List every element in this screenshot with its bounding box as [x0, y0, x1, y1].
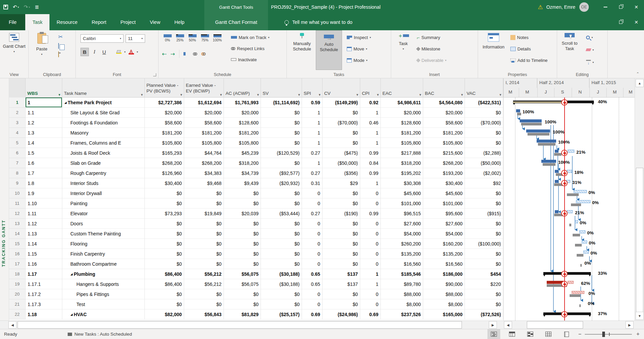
gantt-row[interactable]: 31% — [504, 178, 635, 188]
cell-task-name[interactable]: Bathroom Compartme — [62, 259, 145, 269]
doc-restore-button[interactable] — [613, 15, 629, 29]
cell-value[interactable]: 1 — [302, 138, 323, 148]
cell-value[interactable]: 0.84 — [360, 158, 381, 168]
cell-task-name[interactable]: Footings & Foundation — [62, 118, 145, 128]
cell-value[interactable]: 0 — [302, 188, 323, 198]
filter-arrow-icon[interactable]: ▼ — [257, 93, 260, 97]
gantt-bar-gray[interactable] — [575, 244, 582, 247]
collapse-ribbon-button[interactable]: ⌃ — [636, 72, 639, 76]
tab-gantt-chart-format[interactable]: Gantt Chart Format — [204, 14, 268, 30]
cell-value[interactable]: ($2,288) — [465, 148, 503, 158]
gantt-bar-blue[interactable] — [555, 210, 558, 213]
cell-wbs[interactable]: 1.12 — [26, 219, 62, 229]
row-number[interactable]: 10 — [9, 188, 26, 198]
zoom-thumb[interactable] — [602, 332, 605, 337]
gantt-row[interactable]: 0% — [504, 188, 635, 198]
cell-value[interactable]: 0 — [360, 289, 381, 299]
cell-value[interactable]: 1 — [302, 158, 323, 168]
cell-value[interactable]: $215,600 — [423, 148, 465, 158]
column-header-cpi[interactable]: CPI▼ — [360, 78, 381, 98]
cell-value[interactable]: ($53,444) — [261, 209, 302, 219]
cell-value[interactable]: $0 — [261, 229, 302, 239]
cell-value[interactable]: $101,000 — [381, 198, 423, 209]
cell-value[interactable]: ($70,000) — [323, 118, 360, 128]
cell-task-name[interactable]: Test — [62, 299, 145, 309]
view-team-planner-button[interactable] — [524, 329, 537, 339]
cell-value[interactable]: $186,000 — [423, 269, 465, 279]
cell-value[interactable]: $0 — [184, 289, 224, 299]
cell-value[interactable]: $30,308 — [381, 178, 423, 188]
cell-value[interactable]: $20,000 — [184, 108, 224, 118]
move-button[interactable]: Move▾ — [347, 44, 371, 53]
cell-value[interactable]: $0 — [145, 219, 184, 229]
cell-value[interactable]: ($100,000) — [465, 239, 503, 249]
table-row[interactable]: 181.17◢Plumbing$86,400$56,212$56,075($30… — [9, 269, 503, 279]
cell-value[interactable]: $268,200 — [423, 158, 465, 168]
gantt-bar-tan[interactable] — [513, 102, 564, 103]
gantt-bar-blue[interactable] — [516, 109, 520, 112]
cell-wbs[interactable]: 1.2 — [26, 118, 62, 128]
row-number[interactable]: 21 — [9, 299, 26, 309]
gantt-row[interactable]: 0% — [504, 239, 635, 249]
cell-value[interactable]: 0 — [302, 219, 323, 229]
row-number[interactable]: 20 — [9, 289, 26, 299]
gantt-bar-blue[interactable] — [555, 170, 558, 173]
cell-value[interactable]: $0 — [145, 198, 184, 209]
cell-value[interactable]: $0 — [261, 289, 302, 299]
cell-value[interactable]: $88,000 — [381, 289, 423, 299]
percent-75-button[interactable]: 75% — [199, 34, 210, 42]
cell-value[interactable]: ($30,188) — [261, 269, 302, 279]
column-header-eac[interactable]: EAC▼ — [381, 78, 423, 98]
row-number[interactable]: 8 — [9, 168, 26, 178]
row-number[interactable]: 4 — [9, 128, 26, 138]
zoom-track[interactable] — [585, 334, 632, 335]
gantt-chart[interactable]: 40%100%100%100%100%21%100%18%31%0%0%21%0… — [503, 98, 635, 321]
cell-value[interactable]: $0 — [261, 108, 302, 118]
row-number[interactable]: 3 — [9, 118, 26, 128]
cell-value[interactable]: $0 — [465, 249, 503, 259]
scroll-up-button[interactable]: ▲ — [636, 79, 644, 87]
cell-value[interactable]: 0.92 — [360, 98, 381, 108]
filter-arrow-icon[interactable]: ▼ — [419, 93, 422, 97]
table-row[interactable]: 201.17.2Pipes & Fittings$0$0$0$00$00$88,… — [9, 289, 503, 299]
table-row[interactable]: 211.17.3Test$0$0$0$00$00$8,000$8,000$0 — [9, 299, 503, 309]
cell-value[interactable]: 0 — [360, 198, 381, 209]
cell-value[interactable]: $0 — [261, 249, 302, 259]
cell-value[interactable]: $0 — [323, 259, 360, 269]
zoom-slider[interactable]: − ＋ — [578, 331, 641, 338]
cell-task-name[interactable]: Rough Carpentry — [62, 168, 145, 178]
cell-value[interactable]: $58,600 — [145, 118, 184, 128]
percent-0-button[interactable]: 0% — [162, 34, 173, 42]
cell-value[interactable]: $0 — [224, 219, 261, 229]
cell-value[interactable]: 0.69 — [302, 309, 323, 319]
cell-wbs[interactable]: 1.17.2 — [26, 289, 62, 299]
cell-value[interactable]: $20,000 — [145, 108, 184, 118]
gantt-row[interactable]: 0% — [504, 249, 635, 259]
cell-task-name[interactable]: Masonry — [62, 128, 145, 138]
cell-value[interactable]: $0 — [261, 259, 302, 269]
cell-value[interactable]: $0 — [323, 188, 360, 198]
cell-wbs[interactable]: 1.4 — [26, 138, 62, 148]
cell-value[interactable]: 0 — [360, 239, 381, 249]
cell-value[interactable]: $0 — [184, 229, 224, 239]
cell-value[interactable]: 0 — [302, 198, 323, 209]
gantt-bar-hatch[interactable] — [568, 150, 574, 153]
cell-value[interactable]: 1 — [302, 108, 323, 118]
view-report-button[interactable] — [560, 329, 573, 339]
cell-task-name[interactable]: Slab on Grade — [62, 158, 145, 168]
cell-value[interactable]: 0.99 — [360, 168, 381, 178]
table-row[interactable]: 191.17.1Hangers & Supports$86,400$56,212… — [9, 279, 503, 289]
tab-report[interactable]: Report — [84, 14, 113, 30]
cell-value[interactable]: $9,439 — [224, 178, 261, 188]
filter-arrow-icon[interactable]: ▼ — [58, 93, 61, 97]
insert-summary-button[interactable]: ⌐Summary — [417, 33, 446, 42]
filter-arrow-icon[interactable]: ▼ — [140, 93, 143, 97]
row-number[interactable]: 9 — [9, 178, 26, 188]
cell-value[interactable]: 1 — [302, 118, 323, 128]
tab-view[interactable]: View — [143, 14, 167, 30]
fill-button[interactable]: ↓▾ — [586, 58, 594, 67]
cell-wbs[interactable]: 1.13 — [26, 229, 62, 239]
filter-arrow-icon[interactable]: ▼ — [318, 93, 321, 97]
bold-button[interactable]: B — [80, 48, 89, 56]
cell-value[interactable]: $8,000 — [381, 299, 423, 309]
